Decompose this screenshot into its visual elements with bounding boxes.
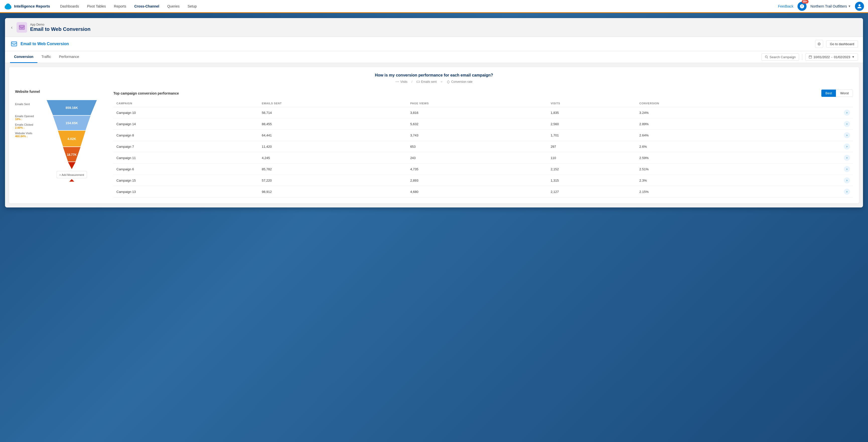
pct-value-2: 2.60% (15, 126, 23, 129)
chevron-right-icon[interactable]: › (844, 166, 850, 172)
user-avatar[interactable] (855, 2, 864, 11)
campaign-table: Campaign Emails Sent Page Views Visits C… (114, 100, 853, 197)
tabs-bar: Conversion Traffic Performance Search Ca… (5, 51, 863, 63)
report-header: Email to Web Conversion ⚙ Go to dashboar… (5, 37, 863, 51)
svg-rect-5 (11, 42, 17, 46)
date-range-picker[interactable]: 10/01/2022 - 01/02/2023 ▼ (805, 54, 858, 61)
legend-conversion-label: Conversion rate (451, 80, 473, 84)
nav-right-section: Feedback 99+ Northern Trail Outfitters ▼ (778, 2, 864, 11)
nav-dashboards[interactable]: Dashboards (56, 0, 83, 13)
cell-pageviews-4: 243 (407, 152, 548, 163)
chevron-right-icon[interactable]: › (844, 189, 850, 195)
cell-pageviews-2: 3,743 (407, 130, 548, 141)
cell-campaign-6: Campaign 15 (114, 175, 259, 186)
search-icon (765, 55, 768, 59)
org-selector[interactable]: Northern Trail Outfitters ▼ (811, 4, 851, 8)
nav-cross-channel[interactable]: Cross-Channel (130, 0, 163, 13)
org-name: Northern Trail Outfitters (811, 4, 847, 8)
svg-text:4.02K: 4.02K (67, 137, 76, 141)
table-head: Campaign Emails Sent Page Views Visits C… (114, 100, 853, 107)
chevron-right-icon[interactable]: › (844, 155, 850, 161)
legend-visits-label: Visits (400, 80, 407, 84)
go-to-dashboard-button[interactable]: Go to dashboard (826, 40, 858, 48)
notification-count: 99+ (802, 0, 809, 3)
back-button[interactable]: ‹ (10, 24, 13, 31)
emails-legend-icon (416, 81, 420, 83)
chevron-right-icon[interactable]: › (844, 132, 850, 138)
search-campaign-label: Search Campaign (770, 55, 796, 59)
col-page-views: Page Views (407, 100, 548, 107)
funnel-stage-emails-opened: Emails Opened (15, 115, 40, 118)
page-header: ‹ App Demo Email to Web Conversion (5, 18, 863, 37)
feedback-link[interactable]: Feedback (778, 4, 793, 8)
cell-campaign-3: Campaign 7 (114, 141, 259, 152)
page-header-text: App Demo Email to Web Conversion (30, 23, 91, 32)
chevron-right-icon[interactable]: › (844, 109, 850, 116)
campaign-table-section: Top campaign conversion performance Best… (114, 90, 853, 197)
chevron-right-icon[interactable]: › (844, 144, 850, 150)
cell-conversion-2: 2.64% (637, 130, 784, 141)
funnel-pct-website-visits: 460.84% ↓ (15, 135, 40, 138)
cell-visits-6: 1,315 (548, 175, 637, 186)
cell-campaign-0: Campaign 10 (114, 107, 259, 118)
tab-traffic[interactable]: Traffic (37, 51, 55, 63)
row-detail-button-2[interactable]: › (784, 130, 853, 141)
cell-conversion-7: 2.15% (637, 186, 784, 197)
cell-conversion-0: 3.24% (637, 107, 784, 118)
divider (802, 54, 802, 60)
nav-setup[interactable]: Setup (184, 0, 201, 13)
row-detail-button-3[interactable]: › (784, 141, 853, 152)
cell-visits-4: 110 (548, 152, 637, 163)
cell-emails-1: 88,455 (259, 118, 407, 130)
row-detail-button-0[interactable]: › (784, 107, 853, 118)
row-detail-button-6[interactable]: › (784, 175, 853, 186)
table-header-row-el: Campaign Emails Sent Page Views Visits C… (114, 100, 853, 107)
down-arrow-3: ↓ (26, 135, 28, 138)
nav-pivot-tables[interactable]: Pivot Tables (83, 0, 110, 13)
funnel-label-website-visits: Website Visits 460.84% ↓ (15, 132, 40, 138)
cell-emails-2: 64,441 (259, 130, 407, 141)
chevron-right-icon[interactable]: › (844, 121, 850, 127)
tab-list: Conversion Traffic Performance (10, 51, 83, 63)
settings-button[interactable]: ⚙ (815, 40, 823, 48)
row-detail-button-4[interactable]: › (784, 152, 853, 163)
best-button[interactable]: Best (822, 90, 836, 97)
down-arrow-2: ↓ (23, 126, 25, 129)
funnel-stage-website-visits: Website Visits (15, 132, 40, 135)
cell-emails-6: 57,220 (259, 175, 407, 186)
table-row: Campaign 8 64,441 3,743 1,701 2.64% › (114, 130, 853, 141)
row-detail-button-5[interactable]: › (784, 163, 853, 175)
funnel-section: Website funnel Emails Sent Emails Opened… (15, 90, 105, 197)
cell-campaign-2: Campaign 8 (114, 130, 259, 141)
date-sep: - (831, 55, 832, 59)
worst-button[interactable]: Worst (836, 90, 853, 97)
pct-value-3: 460.84% (15, 135, 26, 138)
cell-pageviews-7: 4,680 (407, 186, 548, 197)
col-visits: Visits (548, 100, 637, 107)
app-brand[interactable]: Intelligence Reports (4, 2, 50, 10)
funnel-label-emails-opened: Emails Opened 18% ↓ (15, 115, 40, 121)
best-worst-toggle: Best Worst (822, 90, 853, 97)
cell-emails-5: 85,782 (259, 163, 407, 175)
cell-visits-0: 1,835 (548, 107, 637, 118)
cell-campaign-5: Campaign 6 (114, 163, 259, 175)
report-actions: ⚙ Go to dashboard (815, 40, 858, 48)
table-row: Campaign 14 88,455 5,632 2,560 2.89% › (114, 118, 853, 130)
cell-conversion-5: 2.51% (637, 163, 784, 175)
tab-performance[interactable]: Performance (55, 51, 83, 63)
org-chevron-icon: ▼ (848, 4, 851, 8)
funnel-stage-emails-clicked: Emails Clicked (15, 123, 40, 126)
chevron-right-icon[interactable]: › (844, 177, 850, 183)
chart-title: How is my conversion performance for eac… (15, 73, 853, 77)
funnel-label-emails-clicked: Emails Clicked 2.60% ↓ (15, 123, 40, 129)
tab-conversion[interactable]: Conversion (10, 51, 37, 63)
row-detail-button-1[interactable]: › (784, 118, 853, 130)
row-detail-button-7[interactable]: › (784, 186, 853, 197)
nav-reports[interactable]: Reports (110, 0, 130, 13)
nav-queries[interactable]: Queries (163, 0, 184, 13)
funnel-labels: Emails Sent Emails Opened 18% ↓ Emails (15, 98, 40, 140)
cell-conversion-1: 2.89% (637, 118, 784, 130)
search-campaign-input[interactable]: Search Campaign (762, 54, 799, 61)
page-icon (17, 22, 27, 33)
notifications-badge-wrapper[interactable]: 99+ (798, 2, 807, 11)
